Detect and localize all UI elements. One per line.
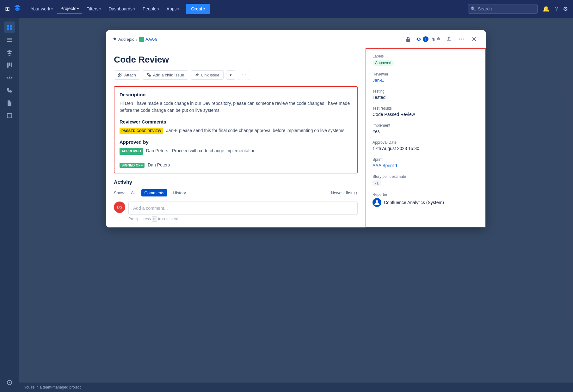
settings-icon[interactable]: ⚙ (563, 5, 568, 12)
reviewer-comment-text: PASSED CODE REVIEW Jan-E please send thi… (120, 127, 352, 135)
chevron-down-icon: ▾ (157, 7, 159, 11)
add-epic-link[interactable]: Add epic (113, 37, 134, 42)
sidebar-item-settings[interactable] (4, 377, 15, 388)
nav-apps[interactable]: Apps ▾ (163, 4, 182, 13)
svg-rect-9 (11, 63, 12, 67)
reviewer-field: Reviewer Jan-E (373, 72, 479, 83)
chevron-down-icon: ▾ (177, 7, 179, 11)
sprint-value[interactable]: AAA Sprint 1 (373, 163, 479, 168)
comment-input-field[interactable]: Add a comment... (128, 202, 358, 215)
labels-field: Labels Approved (373, 54, 479, 66)
activity-filters: Show: All Comments History Newest first … (114, 189, 358, 196)
modal-body: Code Review Attach Add a child issue (106, 48, 486, 227)
top-navigation: ⊞ Your work ▾ Projects ▾ Filters ▾ Dashb… (0, 0, 573, 18)
sidebar-item-phone[interactable] (4, 85, 15, 96)
filter-history-button[interactable]: History (170, 189, 189, 196)
breadcrumb-separator: / (136, 37, 138, 42)
chevron-down-icon: ▾ (77, 7, 79, 10)
watch-button[interactable]: 1 (416, 36, 428, 42)
comment-input-area: DS Add a comment... (114, 202, 358, 215)
chevron-down-icon: ▾ (133, 7, 135, 11)
sidebar-item-box[interactable] (4, 110, 15, 121)
sort-button[interactable]: Newest first ↓↑ (331, 190, 358, 195)
svg-rect-4 (7, 38, 12, 39)
approved-label-badge[interactable]: Approved (373, 60, 394, 66)
pro-tip-text: Pro tip: press M to comment (128, 217, 358, 221)
add-child-issue-button[interactable]: Add a child issue (143, 70, 188, 80)
implement-label: Implement (373, 123, 479, 128)
approval-date-field: Approval Date 17th August 2023 15:30 (373, 140, 479, 151)
modal-actions: 1 ··· ✕ (403, 34, 479, 44)
svg-rect-1 (10, 25, 12, 27)
issue-title: Code Review (114, 55, 358, 65)
sprint-field: Sprint AAA Sprint 1 (373, 157, 479, 168)
toolbar-dropdown-button[interactable]: ▾ (226, 70, 235, 80)
chevron-down-icon: ▾ (99, 7, 101, 11)
nav-projects[interactable]: Projects ▾ (57, 4, 82, 14)
issue-type-icon (139, 37, 144, 42)
search-wrapper: 🔍 (468, 4, 538, 14)
filter-comments-button[interactable]: Comments (141, 189, 168, 196)
nav-dashboards[interactable]: Dashboards ▾ (105, 4, 138, 13)
logo-icon[interactable] (14, 4, 21, 14)
bottom-bar-text: You're in a team-managed project (24, 385, 81, 389)
like-button[interactable] (431, 34, 441, 44)
svg-rect-2 (7, 27, 9, 30)
nav-your-work[interactable]: Your work ▾ (28, 4, 56, 13)
svg-rect-11 (7, 113, 12, 118)
user-avatar: DS (114, 202, 125, 213)
right-panel: Labels Approved Reviewer Jan-E Testing T… (366, 48, 486, 227)
approval-date-value: 17th August 2023 15:30 (373, 146, 479, 151)
sidebar-item-home[interactable] (4, 21, 15, 33)
signed-off-text: SIGNED OFF Dan Peters (120, 162, 352, 168)
modal-backdrop: Add epic / AAA-8 1 (19, 18, 573, 392)
toolbar-more-button[interactable]: ··· (238, 70, 250, 80)
testing-value: Tested (373, 95, 479, 100)
sidebar-item-board[interactable] (4, 59, 15, 71)
testing-field: Testing Tested (373, 89, 479, 100)
attach-button[interactable]: Attach (114, 70, 140, 80)
svg-rect-7 (7, 63, 9, 68)
issue-toolbar: Attach Add a child issue Link issue ▾ (114, 70, 358, 80)
sprint-label: Sprint (373, 157, 479, 162)
help-icon[interactable]: ? (555, 6, 558, 12)
filter-all-button[interactable]: All (128, 189, 139, 196)
nav-people[interactable]: People ▾ (139, 4, 162, 13)
grid-apps-icon[interactable]: ⊞ (5, 5, 10, 12)
show-label: Show: (114, 190, 125, 195)
reporter-field: Reporter Confluence Analytics (System) (373, 192, 479, 207)
notification-icon[interactable]: 🔔 (543, 5, 550, 12)
reviewer-value[interactable]: Jan-E (373, 78, 479, 83)
sidebar-item-code[interactable] (4, 72, 15, 83)
test-results-field: Test results Code Passed Review (373, 106, 479, 117)
svg-rect-8 (9, 63, 10, 66)
chevron-down-icon: ▾ (51, 7, 53, 11)
svg-point-13 (149, 75, 151, 76)
bottom-bar: You're in a team-managed project (19, 383, 573, 392)
sidebar-item-list[interactable] (4, 34, 15, 45)
issue-id-link[interactable]: AAA-8 (139, 37, 157, 42)
more-options-button[interactable]: ··· (456, 34, 466, 44)
create-button[interactable]: Create (186, 4, 210, 14)
lock-button[interactable] (403, 34, 413, 44)
story-point-field: Story point estimate -1 (373, 174, 479, 186)
link-issue-button[interactable]: Link issue (191, 70, 224, 80)
breadcrumb: Add epic / AAA-8 (113, 37, 403, 42)
nav-filters[interactable]: Filters ▾ (83, 4, 104, 13)
sidebar-item-layers[interactable] (4, 47, 15, 58)
description-title: Description (120, 92, 352, 97)
svg-rect-3 (10, 27, 12, 30)
sidebar-item-document[interactable] (4, 97, 15, 109)
svg-rect-5 (7, 39, 12, 40)
implement-value: Yes (373, 129, 479, 134)
share-button[interactable] (444, 34, 454, 44)
story-point-value[interactable]: -1 (373, 180, 381, 186)
main-area: Add epic / AAA-8 1 (19, 18, 573, 392)
issue-modal: Add epic / AAA-8 1 (106, 30, 486, 227)
keyboard-shortcut-m: M (152, 216, 157, 222)
search-input[interactable] (468, 4, 538, 14)
svg-rect-6 (7, 41, 12, 42)
approved-text: APPROVED Dan Peters - Proceed with code … (120, 147, 352, 155)
reporter-label: Reporter (373, 192, 479, 197)
close-button[interactable]: ✕ (469, 34, 479, 44)
